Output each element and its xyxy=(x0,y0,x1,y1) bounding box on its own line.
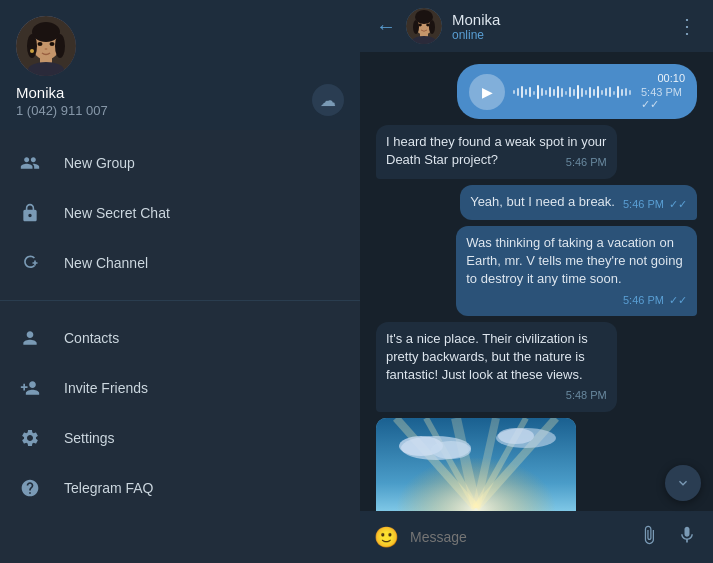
menu-item-new-group-label: New Group xyxy=(64,155,135,171)
cloud-icon[interactable]: ☁ xyxy=(312,84,344,116)
svg-point-62 xyxy=(498,428,534,444)
message-time: 5:46 PM ✓✓ xyxy=(623,197,687,212)
svg-rect-44 xyxy=(609,87,611,97)
waveform xyxy=(513,80,633,104)
chat-header-avatar xyxy=(406,8,442,44)
back-button[interactable]: ← xyxy=(376,15,396,38)
svg-rect-31 xyxy=(557,86,559,98)
message-text: It's a nice place. Their civilization is… xyxy=(386,331,588,382)
voice-time: 5:43 PM ✓✓ xyxy=(641,86,685,111)
message-bubble: Yeah, but I need a break. 5:46 PM ✓✓ xyxy=(460,185,697,220)
voice-duration: 00:10 xyxy=(657,72,685,84)
svg-point-15 xyxy=(429,20,435,34)
svg-rect-49 xyxy=(629,90,631,95)
attach-button[interactable] xyxy=(635,525,663,550)
svg-rect-36 xyxy=(577,85,579,99)
right-panel: ← Monika online ⋮ ▶ xyxy=(360,0,713,563)
svg-rect-22 xyxy=(521,86,523,98)
svg-rect-33 xyxy=(565,91,567,95)
lock-icon xyxy=(16,199,44,227)
message-row: It's a nice place. Their civilization is… xyxy=(376,322,697,412)
group-icon xyxy=(16,149,44,177)
message-bubble: Was thinking of taking a vacation on Ear… xyxy=(456,226,697,316)
voice-message[interactable]: ▶ xyxy=(457,64,697,119)
svg-rect-41 xyxy=(597,86,599,98)
menu-item-new-channel[interactable]: New Channel xyxy=(0,238,360,288)
svg-rect-38 xyxy=(585,90,587,95)
left-panel: Monika 1 (042) 911 007 ☁ New Group xyxy=(0,0,360,563)
svg-point-8 xyxy=(50,42,55,46)
svg-point-60 xyxy=(431,441,471,459)
overlay-menu: Monika 1 (042) 911 007 ☁ New Group xyxy=(0,0,360,563)
svg-rect-24 xyxy=(529,87,531,97)
svg-rect-47 xyxy=(621,89,623,96)
svg-point-4 xyxy=(55,34,65,58)
chat-header-status: online xyxy=(452,28,677,42)
menu-item-new-secret-chat-label: New Secret Chat xyxy=(64,205,170,221)
avatar xyxy=(16,16,76,76)
message-input[interactable] xyxy=(410,529,625,545)
svg-point-3 xyxy=(27,34,37,58)
svg-rect-30 xyxy=(553,89,555,96)
message-text: Was thinking of taking a vacation on Ear… xyxy=(466,235,682,286)
svg-rect-27 xyxy=(541,88,543,96)
message-bubble: It's a nice place. Their civilization is… xyxy=(376,322,617,412)
play-button[interactable]: ▶ xyxy=(469,74,505,110)
chat-header-name: Monika xyxy=(452,11,677,28)
chat-header-info: Monika online xyxy=(452,11,677,42)
svg-rect-45 xyxy=(613,91,615,95)
svg-rect-20 xyxy=(513,90,515,94)
svg-rect-34 xyxy=(569,87,571,97)
message-text: Yeah, but I need a break. xyxy=(470,194,615,209)
svg-rect-43 xyxy=(605,88,607,96)
input-bar: 🙂 xyxy=(360,511,713,563)
contacts-icon xyxy=(16,324,44,352)
faq-icon xyxy=(16,474,44,502)
svg-rect-42 xyxy=(601,90,603,95)
chat-header: ← Monika online ⋮ xyxy=(360,0,713,52)
menu-item-invite-friends[interactable]: Invite Friends xyxy=(0,363,360,413)
channel-icon xyxy=(16,249,44,277)
menu-item-telegram-faq[interactable]: Telegram FAQ xyxy=(0,463,360,513)
message-time: 5:46 PM xyxy=(566,155,607,170)
menu-divider xyxy=(0,300,360,301)
menu-list: New Group New Secret Chat xyxy=(0,130,360,563)
menu-item-settings-label: Settings xyxy=(64,430,115,446)
menu-item-invite-friends-label: Invite Friends xyxy=(64,380,148,396)
menu-item-new-group[interactable]: New Group xyxy=(0,138,360,188)
svg-rect-39 xyxy=(589,87,591,98)
invite-icon xyxy=(16,374,44,402)
left-header: Monika 1 (042) 911 007 ☁ xyxy=(0,0,360,130)
svg-point-14 xyxy=(413,20,419,34)
settings-icon xyxy=(16,424,44,452)
svg-point-10 xyxy=(30,49,34,53)
menu-item-contacts[interactable]: Contacts xyxy=(0,313,360,363)
menu-section-2: Contacts Invite Friends xyxy=(0,305,360,521)
menu-item-telegram-faq-label: Telegram FAQ xyxy=(64,480,153,496)
svg-rect-21 xyxy=(517,88,519,96)
message-row: 5:48 PM xyxy=(376,418,697,511)
menu-item-contacts-label: Contacts xyxy=(64,330,119,346)
svg-rect-29 xyxy=(549,87,551,97)
svg-rect-40 xyxy=(593,89,595,96)
menu-item-settings[interactable]: Settings xyxy=(0,413,360,463)
menu-section-1: New Group New Secret Chat xyxy=(0,130,360,296)
svg-point-19 xyxy=(426,24,430,27)
menu-item-new-secret-chat[interactable]: New Secret Chat xyxy=(0,188,360,238)
svg-rect-35 xyxy=(573,89,575,96)
message-row: ▶ xyxy=(376,64,697,119)
emoji-button[interactable]: 🙂 xyxy=(372,525,400,549)
svg-point-18 xyxy=(418,24,422,27)
message-time: 5:48 PM xyxy=(566,388,607,403)
more-options-button[interactable]: ⋮ xyxy=(677,14,697,38)
svg-rect-25 xyxy=(533,91,535,95)
user-phone: 1 (042) 911 007 xyxy=(16,103,344,118)
svg-rect-37 xyxy=(581,88,583,97)
svg-rect-32 xyxy=(561,88,563,97)
scroll-down-button[interactable] xyxy=(665,465,701,501)
image-message[interactable]: 5:48 PM xyxy=(376,418,576,511)
user-name: Monika xyxy=(16,84,344,101)
svg-rect-48 xyxy=(625,88,627,96)
mic-button[interactable] xyxy=(673,525,701,550)
svg-point-9 xyxy=(45,48,48,50)
